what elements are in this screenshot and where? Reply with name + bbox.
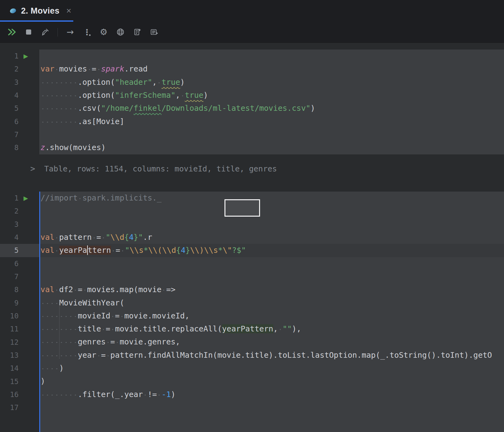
code-text[interactable]: val yearPattern = "\\s*\\(\\d{4}\\)\\s*\… xyxy=(39,244,504,257)
add-paragraph-button[interactable] xyxy=(130,25,144,39)
code-token: movieId xyxy=(78,311,110,320)
gutter-cell: 14 xyxy=(0,362,39,375)
list-arrow-icon xyxy=(150,28,158,36)
run-all-paragraphs-button[interactable] xyxy=(4,25,19,39)
code-line[interactable]: 1▶ xyxy=(0,50,504,63)
code-text[interactable]: z.show(movies) xyxy=(39,141,504,154)
code-token: \" xyxy=(223,246,232,255)
code-token: yearPa xyxy=(59,246,87,255)
code-token: }" xyxy=(134,233,143,242)
code-text[interactable] xyxy=(39,218,504,231)
stop-button[interactable] xyxy=(21,25,36,39)
code-line[interactable]: 12 genres = movie.genres, xyxy=(0,335,504,348)
code-token: = xyxy=(78,285,82,294)
code-token xyxy=(180,91,185,100)
code-text[interactable]: .filter(_.year != -1) xyxy=(39,388,504,401)
code-text[interactable] xyxy=(39,50,504,63)
line-number: 12 xyxy=(0,335,19,348)
run-paragraph-button[interactable]: ▶ xyxy=(23,195,28,201)
code-text[interactable]: title = movie.title.replaceAll(yearPatte… xyxy=(39,322,504,335)
code-token: true xyxy=(185,91,203,100)
gutter-cell: 12 xyxy=(0,335,39,348)
code-line[interactable]: 7 xyxy=(0,128,504,141)
code-token: = xyxy=(110,337,115,346)
globe-button[interactable] xyxy=(113,25,128,39)
code-token: = xyxy=(101,351,106,360)
code-text[interactable]: .as[Movie] xyxy=(39,115,504,128)
code-line[interactable]: 6 .as[Movie] xyxy=(0,115,504,128)
code-line[interactable]: 8val df2 = movies.map(movie => xyxy=(0,283,504,296)
code-text[interactable]: ) xyxy=(39,362,504,375)
code-text[interactable]: genres = movie.genres, xyxy=(39,335,504,348)
code-token: != xyxy=(147,390,157,399)
line-number: 1 xyxy=(0,50,19,63)
output-toggle-chevron[interactable]: > xyxy=(30,162,35,175)
code-text[interactable]: var movies = spark.read xyxy=(39,63,504,76)
code-token: df2 xyxy=(59,285,73,294)
code-token xyxy=(78,193,82,202)
code-line[interactable]: 13 year = pattern.findAllMatchIn(movie.t… xyxy=(0,349,504,362)
code-line[interactable]: 3 xyxy=(0,218,504,231)
code-token xyxy=(73,285,78,294)
code-line[interactable]: 3 .option("header", true) xyxy=(0,76,504,89)
code-text[interactable]: val pattern = "\\d{4}".r xyxy=(39,231,504,244)
interpreter-list-button[interactable] xyxy=(146,25,161,39)
line-number: 16 xyxy=(0,388,19,401)
code-token xyxy=(111,246,116,255)
code-line[interactable]: 4val pattern = "\\d{4}".r xyxy=(0,231,504,244)
code-text[interactable]: //import spark.implicits._ xyxy=(39,192,504,205)
code-text[interactable]: .csv("/home/finkel/Downloads/ml-latest/m… xyxy=(39,102,504,115)
code-line[interactable]: 11 title = movie.title.replaceAll(yearPa… xyxy=(0,322,504,335)
code-token xyxy=(157,390,161,399)
line-number: 11 xyxy=(0,322,19,335)
zeppelin-notebook-icon xyxy=(9,7,17,15)
code-text[interactable]: movieId = movie.movieId, xyxy=(39,309,504,322)
code-line[interactable]: 4 .option("inferSchema", true) xyxy=(0,89,504,102)
code-token xyxy=(143,390,147,399)
code-line[interactable]: 2var movies = spark.read xyxy=(0,63,504,76)
code-text[interactable] xyxy=(39,401,504,414)
code-line[interactable]: 7 xyxy=(0,270,504,283)
tab-movies[interactable]: 2. Movies × xyxy=(0,0,78,22)
code-text[interactable]: .option("header", true) xyxy=(39,76,504,89)
line-number: 7 xyxy=(0,270,19,283)
code-token: pattern.findAllMatchIn(movie.title).toLi… xyxy=(110,351,492,360)
settings-button[interactable]: ⚙ xyxy=(96,25,111,39)
code-line[interactable]: 10 movieId = movie.movieId, xyxy=(0,309,504,322)
code-text[interactable] xyxy=(39,205,504,218)
gutter-cell: 4 xyxy=(0,89,39,102)
run-arrow-button[interactable]: → xyxy=(63,25,78,39)
code-line[interactable]: 5val yearPattern = "\\s*\\(\\d{4}\\)\\s*… xyxy=(0,244,504,257)
code-token: , xyxy=(273,324,278,333)
gutter-cell: 3 xyxy=(0,76,39,89)
code-token xyxy=(96,64,101,73)
code-text[interactable] xyxy=(39,257,504,270)
code-token: = xyxy=(92,64,96,73)
code-token xyxy=(110,324,115,333)
code-text[interactable]: .option("inferSchema", true) xyxy=(39,89,504,102)
code-text[interactable] xyxy=(39,128,504,141)
stop-icon xyxy=(25,28,32,36)
code-text[interactable]: val df2 = movies.map(movie => xyxy=(39,283,504,296)
tab-title: 2. Movies xyxy=(21,6,59,16)
code-line[interactable]: 8z.show(movies) xyxy=(0,141,504,154)
code-token: ) xyxy=(171,390,175,399)
clear-output-button[interactable] xyxy=(38,25,53,39)
code-text[interactable]: year = pattern.findAllMatchIn(movie.titl… xyxy=(39,349,504,362)
gutter-cell: 15 xyxy=(0,375,39,388)
code-line[interactable]: 9 MovieWithYear( xyxy=(0,296,504,309)
code-line[interactable]: 14 ) xyxy=(0,362,504,375)
code-line[interactable]: 6 xyxy=(0,257,504,270)
code-token xyxy=(120,311,124,320)
code-token: 4 xyxy=(181,246,186,255)
code-line[interactable]: 5 .csv("/home/finkel/Downloads/ml-latest… xyxy=(0,102,504,115)
code-text[interactable]: ) xyxy=(39,375,504,388)
code-line[interactable]: 16 .filter(_.year != -1) xyxy=(0,388,504,401)
code-line[interactable]: 17 xyxy=(0,401,504,414)
code-text[interactable] xyxy=(39,270,504,283)
more-options-button[interactable]: ⋮ xyxy=(79,25,94,39)
code-text[interactable]: MovieWithYear( xyxy=(39,296,504,309)
code-line[interactable]: 15) xyxy=(0,375,504,388)
tab-close-icon[interactable]: × xyxy=(66,6,71,15)
run-paragraph-button[interactable]: ▶ xyxy=(23,53,28,59)
